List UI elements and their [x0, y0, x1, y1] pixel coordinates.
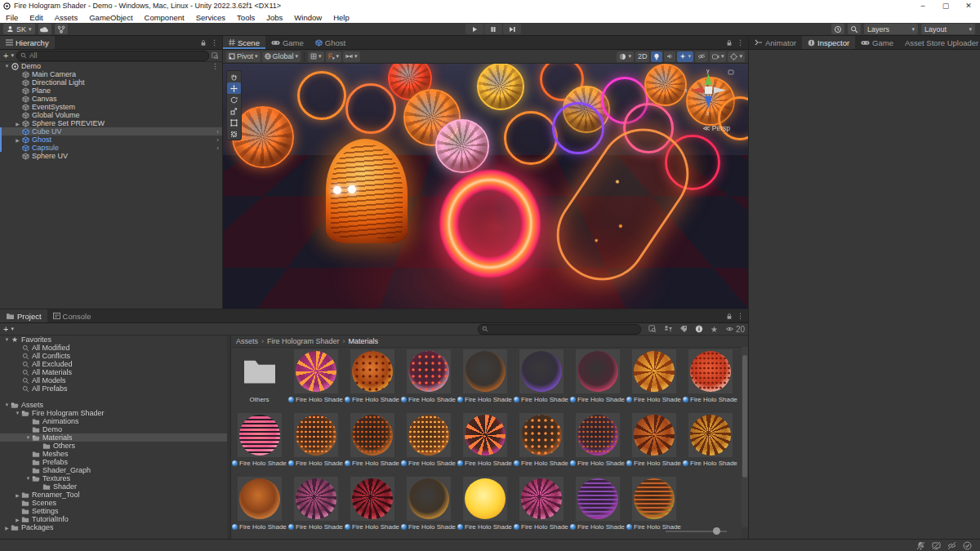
project-tree-item-all-excluded[interactable]: All Excluded	[0, 360, 227, 368]
material-item[interactable]: Fire Holo Shader6	[569, 347, 626, 411]
hierarchy-item-global-volume[interactable]: Global Volume	[0, 111, 222, 119]
scene-viewport[interactable]: y x z ≪ Persp	[223, 64, 748, 309]
history-button[interactable]	[831, 24, 844, 34]
search-button[interactable]	[848, 24, 861, 34]
global-dropdown[interactable]: Global▾	[262, 51, 301, 62]
rotate-tool-button[interactable]	[227, 94, 241, 105]
add-asset-button[interactable]: +	[3, 324, 8, 334]
tab-scene[interactable]: Scene	[223, 36, 265, 49]
layout-dropdown[interactable]: Layout▾	[921, 24, 975, 34]
menu-item-window[interactable]: Window	[288, 13, 327, 22]
pivot-dropdown[interactable]: Pivot▾	[226, 51, 261, 62]
menu-item-jobs[interactable]: Jobs	[261, 13, 288, 22]
chevron-down-icon[interactable]: ▾	[11, 326, 14, 332]
material-item[interactable]: Fire Holo Shader5	[513, 347, 569, 411]
camera-settings-dropdown[interactable]: ▾	[710, 51, 727, 62]
prefab-open-chevron[interactable]: ›	[216, 144, 219, 152]
shading-mode-dropdown[interactable]: ▾	[617, 51, 634, 62]
menu-item-file[interactable]: File	[0, 13, 24, 22]
tab-animator[interactable]: Animator	[749, 36, 802, 49]
project-search-input[interactable]	[478, 324, 641, 335]
menu-item-tools[interactable]: Tools	[231, 13, 261, 22]
material-item[interactable]: Fire Holo Shader19	[287, 474, 344, 538]
material-item[interactable]: Fire Holo Shader12	[400, 411, 457, 474]
project-tree-item-all-conflicts[interactable]: All Conflicts	[0, 352, 227, 360]
project-tree-item-demo[interactable]: Demo	[0, 425, 227, 433]
scene-audio-toggle[interactable]	[664, 51, 675, 62]
material-item[interactable]: Fire Holo Shader15	[569, 411, 626, 474]
menu-item-gameobject[interactable]: GameObject	[83, 13, 138, 22]
zoom-slider-knob[interactable]	[713, 527, 720, 535]
project-tree-item-all-models[interactable]: All Models	[0, 376, 227, 384]
hierarchy-item-eventsystem[interactable]: EventSystem	[0, 103, 222, 111]
grid-snap-dropdown[interactable]: ▾	[308, 51, 324, 62]
pause-button[interactable]	[484, 24, 502, 34]
2d-toggle[interactable]: 2D	[635, 51, 650, 62]
menu-item-help[interactable]: Help	[327, 13, 355, 22]
thumbnail-zoom-slider[interactable]	[666, 528, 727, 535]
project-tree-item-all-prefabs[interactable]: All Prefabs	[0, 384, 227, 393]
ghost-object[interactable]	[323, 137, 416, 251]
kebab-menu-icon[interactable]: ⋮	[737, 312, 744, 320]
bell-slash-icon[interactable]	[916, 541, 925, 550]
hologram-ring[interactable]	[504, 111, 558, 165]
hierarchy-item-canvas[interactable]: Canvas	[0, 95, 222, 103]
scene-lighting-toggle[interactable]	[651, 51, 662, 62]
material-item[interactable]: Fire Holo Shader16	[626, 411, 682, 474]
move-snap-dropdown[interactable]: ▾	[326, 51, 342, 62]
saved-search-icon[interactable]	[212, 52, 219, 60]
add-gameobject-button[interactable]: +	[3, 51, 8, 60]
step-button[interactable]	[503, 24, 521, 34]
perspective-label[interactable]: ≪ Persp	[703, 124, 731, 132]
version-control-button[interactable]	[55, 24, 68, 34]
project-tree-item-assets[interactable]: ▼Assets	[0, 401, 227, 409]
tab-console[interactable]: Console	[47, 309, 97, 322]
tab-game[interactable]: Game	[265, 36, 310, 49]
grid-scrollbar-thumb[interactable]	[742, 355, 747, 478]
material-item[interactable]: Fire Holo Shader8	[682, 347, 738, 411]
tab-project[interactable]: Project	[0, 309, 47, 322]
grid-scrollbar[interactable]	[742, 347, 748, 527]
hierarchy-item-sphere-set-preview[interactable]: ▶Sphere Set PREVIEW	[0, 119, 222, 127]
breadcrumb-item-materials[interactable]: Materials	[349, 337, 379, 345]
hand-tool-button[interactable]	[227, 71, 241, 82]
tab-ghost[interactable]: Ghost	[310, 36, 351, 49]
info-icon[interactable]	[695, 325, 703, 333]
tab-inspector[interactable]: Inspector	[802, 36, 855, 49]
hologram-ring[interactable]	[552, 102, 604, 154]
prefab-open-chevron[interactable]: ›	[216, 136, 219, 144]
monitor-slash-icon[interactable]	[932, 541, 941, 550]
hierarchy-item-main-camera[interactable]: Main Camera	[0, 70, 222, 78]
hidden-count-eye-icon[interactable]: 20	[725, 325, 745, 334]
breadcrumb-item-assets[interactable]: Assets	[236, 337, 258, 345]
project-tree-item-animations[interactable]: Animations	[0, 417, 227, 425]
hierarchy-item-sphere-uv[interactable]: Sphere UV	[0, 152, 222, 160]
material-item[interactable]: Fire Holo Shader13	[457, 411, 513, 474]
project-tree-item-shader[interactable]: Shader	[0, 482, 227, 491]
close-button[interactable]: ✕	[957, 0, 980, 11]
project-tree-item-all-materials[interactable]: All Materials	[0, 368, 227, 376]
play-button[interactable]	[466, 24, 483, 34]
project-tree-item-fire-hologram-shader[interactable]: ▼Fire Hologram Shader	[0, 409, 227, 417]
orientation-gizmo[interactable]: y x z	[679, 69, 737, 124]
kebab-menu-icon[interactable]: ⋮	[211, 38, 218, 47]
menu-item-component[interactable]: Component	[139, 13, 190, 22]
cloud-button[interactable]	[38, 24, 51, 34]
lock-icon[interactable]	[726, 313, 733, 320]
material-item[interactable]: Fire Holo Shader...	[513, 474, 569, 538]
hierarchy-item-directional-light[interactable]: Directional Light	[0, 78, 222, 87]
project-tree-item-settings[interactable]: Settings	[0, 507, 227, 515]
menu-item-services[interactable]: Services	[190, 13, 231, 22]
kebab-menu-icon[interactable]: ⋮	[737, 38, 744, 47]
eye-slash-icon[interactable]	[947, 541, 956, 550]
hologram-sphere[interactable]	[477, 64, 524, 110]
package-search-icon[interactable]	[648, 325, 657, 333]
scene-effects-dropdown[interactable]: ▾	[677, 51, 693, 62]
material-item[interactable]: Fire Holo Shader4	[457, 347, 513, 411]
hierarchy-item-cube-uv[interactable]: Cube UV›	[0, 127, 222, 136]
project-tree-item-others[interactable]: Others	[0, 442, 227, 450]
label-icon[interactable]	[679, 325, 688, 333]
material-item[interactable]: Fire Holo Shader...	[457, 474, 513, 538]
project-tree-item-all-modified[interactable]: All Modified	[0, 344, 227, 352]
hierarchy-item-demo[interactable]: ▼Demo⋮	[0, 62, 222, 70]
